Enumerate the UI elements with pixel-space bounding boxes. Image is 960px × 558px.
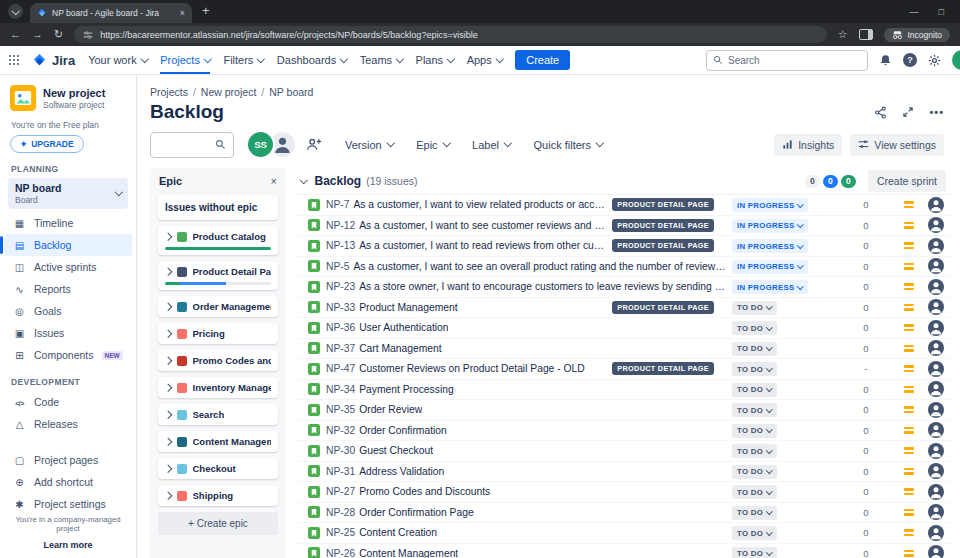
assignee-avatar[interactable] [928, 422, 944, 438]
nav-item[interactable]: Plans [416, 46, 454, 74]
minimize-icon[interactable]: — [910, 7, 919, 17]
assignee-avatar[interactable] [928, 484, 944, 500]
status-dropdown[interactable]: TO DO [732, 485, 777, 499]
assignee-cell[interactable] [924, 361, 948, 377]
site-settings-icon[interactable] [83, 30, 93, 40]
status-dropdown[interactable]: IN PROGRESS [732, 239, 808, 253]
sidebar-item[interactable]: Active sprints [4, 256, 132, 278]
assignee-cell[interactable] [924, 463, 948, 479]
backlog-row[interactable]: NP-5 As a customer, I want to see an ove… [298, 257, 950, 278]
sidebar-item[interactable]: Components NEW [4, 344, 132, 366]
chevron-right-icon[interactable] [164, 330, 172, 338]
avatar-ss[interactable]: SS [246, 130, 275, 159]
sidebar-item[interactable]: Project pages [4, 449, 132, 471]
side-panel-icon[interactable] [859, 29, 873, 40]
nav-item[interactable]: Dashboards [277, 46, 347, 74]
filter-dropdown[interactable]: Version [345, 139, 393, 151]
assignee-cell[interactable] [924, 443, 948, 459]
chevron-right-icon[interactable] [164, 268, 172, 276]
assignee-avatar[interactable] [928, 504, 944, 520]
forward-icon[interactable]: → [32, 29, 43, 40]
filter-dropdown[interactable]: Epic [416, 139, 449, 151]
status-dropdown[interactable]: TO DO [732, 321, 777, 335]
assignee-cell[interactable] [924, 320, 948, 336]
breadcrumb-item[interactable]: New project [201, 86, 256, 98]
window-controls[interactable]: —□ [910, 7, 960, 17]
backlog-row[interactable]: NP-26 Content Management TO DO 0 [298, 544, 950, 558]
status-dropdown[interactable]: TO DO [732, 403, 777, 417]
epic-card[interactable]: Product Detail Page [158, 261, 278, 290]
breadcrumb-item[interactable]: NP board [269, 86, 313, 98]
status-dropdown[interactable]: TO DO [732, 301, 777, 315]
assignee-cell[interactable] [924, 484, 948, 500]
chevron-right-icon[interactable] [164, 384, 172, 392]
board-search-input[interactable] [150, 132, 234, 158]
sidebar-item[interactable]: Timeline [4, 212, 132, 234]
chevron-right-icon[interactable] [164, 233, 172, 241]
add-people-button[interactable] [306, 137, 322, 152]
assignee-cell[interactable] [924, 340, 948, 356]
epic-card[interactable]: Pricing [158, 323, 278, 344]
assignee-cell[interactable] [924, 504, 948, 520]
maximize-icon[interactable]: □ [939, 7, 944, 17]
user-avatar[interactable] [952, 50, 960, 70]
backlog-row[interactable]: NP-34 Payment Processing TO DO 0 [298, 380, 950, 401]
status-dropdown[interactable]: TO DO [732, 444, 777, 458]
new-tab-button[interactable]: + [202, 3, 210, 18]
assignee-avatar[interactable] [928, 402, 944, 418]
bookmark-star-icon[interactable]: ☆ [838, 28, 848, 41]
assignee-cell[interactable] [924, 422, 948, 438]
assignee-avatar[interactable] [928, 197, 944, 213]
app-switcher-icon[interactable] [9, 55, 11, 57]
assignee-avatar[interactable] [928, 443, 944, 459]
status-dropdown[interactable]: IN PROGRESS [732, 219, 808, 233]
view-settings-button[interactable]: View settings [850, 134, 944, 156]
assignee-avatar[interactable] [928, 525, 944, 541]
epic-card[interactable]: Content Management [158, 431, 278, 452]
assignee-cell[interactable] [924, 402, 948, 418]
backlog-row[interactable]: NP-31 Address Validation TO DO 0 [298, 462, 950, 483]
backlog-row[interactable]: NP-25 Content Creation TO DO 0 [298, 523, 950, 544]
backlog-row[interactable]: NP-30 Guest Checkout TO DO 0 [298, 441, 950, 462]
backlog-row[interactable]: NP-36 User Authentication TO DO 0 [298, 318, 950, 339]
sidebar-item[interactable]: Code [4, 391, 132, 413]
status-dropdown[interactable]: TO DO [732, 424, 777, 438]
learn-more-link[interactable]: Learn more [8, 540, 128, 550]
chevron-right-icon[interactable] [164, 465, 172, 473]
epic-card[interactable]: Search [158, 404, 278, 425]
sidebar-item[interactable]: Backlog [4, 234, 132, 256]
assignee-avatar[interactable] [928, 340, 944, 356]
assignee-cell[interactable] [924, 299, 948, 315]
breadcrumb-item[interactable]: Projects [150, 86, 188, 98]
epic-card[interactable]: Order Management [158, 296, 278, 317]
backlog-row[interactable]: NP-12 As a customer, I want to see custo… [298, 216, 950, 237]
status-dropdown[interactable]: TO DO [732, 526, 777, 540]
insights-button[interactable]: Insights [774, 134, 842, 156]
assignee-cell[interactable] [924, 238, 948, 254]
assignee-avatar[interactable] [928, 381, 944, 397]
status-dropdown[interactable]: TO DO [732, 506, 777, 520]
create-epic-button[interactable]: + Create epic [158, 512, 278, 535]
backlog-row[interactable]: NP-13 As a customer, I want to read revi… [298, 236, 950, 257]
chevron-right-icon[interactable] [164, 411, 172, 419]
sidebar-item[interactable]: Releases [4, 413, 132, 435]
epic-card[interactable]: Product Catalog [158, 226, 278, 255]
sidebar-item[interactable]: Add shortcut [4, 471, 132, 493]
sidebar-item[interactable]: Project settings [4, 493, 132, 515]
epic-card[interactable]: Checkout [158, 458, 278, 479]
status-dropdown[interactable]: TO DO [732, 362, 777, 376]
filter-dropdown[interactable]: Quick filters [534, 139, 603, 151]
assignee-cell[interactable] [924, 217, 948, 233]
sidebar-item[interactable]: Goals [4, 300, 132, 322]
assignee-avatar[interactable] [928, 463, 944, 479]
assignee-avatar[interactable] [928, 217, 944, 233]
notifications-bell-icon[interactable] [879, 54, 892, 67]
status-dropdown[interactable]: IN PROGRESS [732, 198, 808, 212]
chevron-right-icon[interactable] [164, 438, 172, 446]
board-switcher[interactable]: NP board Board [8, 178, 128, 209]
epic-card[interactable]: Inventory Management [158, 377, 278, 398]
status-dropdown[interactable]: TO DO [732, 465, 777, 479]
close-icon[interactable]: × [271, 176, 277, 187]
tab-search-button[interactable] [8, 4, 23, 19]
nav-item[interactable]: Your work [88, 46, 147, 74]
